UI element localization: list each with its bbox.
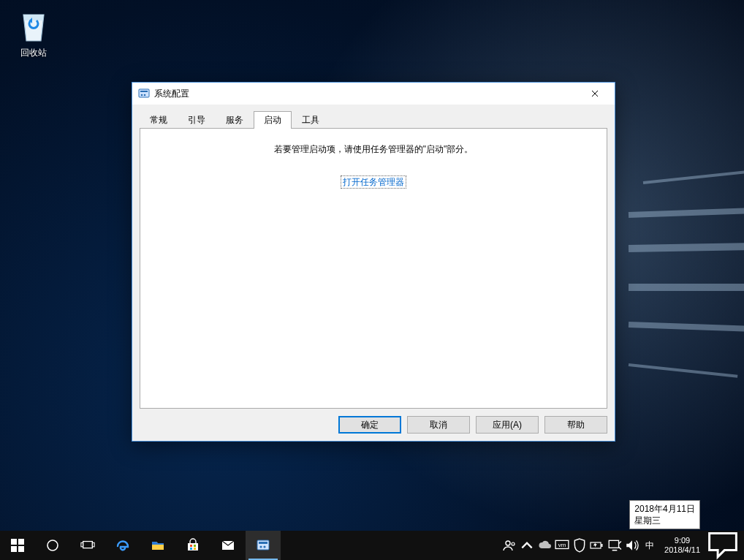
mail-icon	[221, 538, 235, 553]
svg-point-21	[506, 541, 510, 545]
startup-message: 若要管理启动项，请使用任务管理器的"启动"部分。	[149, 143, 598, 156]
tray-volume[interactable]	[623, 531, 641, 560]
store-icon	[186, 538, 200, 553]
svg-rect-1	[140, 91, 148, 92]
tooltip-date: 2018年4月11日	[634, 503, 695, 515]
ime-indicator: 中	[645, 540, 654, 552]
tray-power[interactable]	[588, 531, 606, 560]
tab-tools[interactable]: 工具	[292, 111, 330, 129]
taskbar-app-edge[interactable]	[105, 531, 140, 560]
svg-point-19	[259, 545, 262, 548]
ok-button[interactable]: 确定	[338, 416, 401, 434]
dialog-client-area: 常规 引导 服务 启动 工具 若要管理启动项，请使用任务管理器的"启动"部分。 …	[132, 105, 615, 441]
svg-point-8	[48, 540, 58, 550]
tab-services[interactable]: 服务	[216, 111, 254, 129]
tabpanel-startup: 若要管理启动项，请使用任务管理器的"启动"部分。 打开任务管理器	[140, 128, 607, 409]
taskbar-left	[0, 531, 281, 560]
svg-text:vm: vm	[558, 542, 566, 548]
windows-logo-icon	[10, 538, 25, 553]
svg-point-3	[144, 94, 146, 97]
taskbar: vm 中 9:09 2018/4/11	[0, 531, 744, 560]
taskbar-app-explorer[interactable]	[140, 531, 175, 560]
taskbar-app-store[interactable]	[175, 531, 210, 560]
svg-rect-26	[601, 544, 603, 547]
edge-icon	[115, 538, 130, 553]
tooltip-weekday: 星期三	[634, 515, 695, 526]
cancel-button[interactable]: 取消	[407, 416, 470, 434]
svg-point-20	[263, 545, 265, 548]
svg-rect-18	[259, 542, 267, 544]
dialog-title: 系统配置	[154, 88, 578, 100]
tray-ime[interactable]: 中	[641, 531, 658, 560]
svg-point-2	[141, 94, 143, 97]
msconfig-taskbar-icon	[256, 538, 270, 553]
task-view-icon	[80, 538, 95, 553]
clock-time: 9:09	[664, 536, 700, 545]
svg-rect-13	[194, 545, 196, 547]
dialog-button-row: 确定 取消 应用(A) 帮助	[140, 409, 607, 434]
svg-rect-9	[83, 542, 93, 548]
help-button[interactable]: 帮助	[544, 416, 607, 434]
tab-startup[interactable]: 启动	[254, 111, 292, 129]
desktop: 回收站 系统配置 常规 引导 服务 启动 工具 若要管理启动项，请使用任务管理器…	[0, 0, 744, 560]
tray-vm-tools[interactable]: vm	[553, 531, 571, 560]
svg-rect-15	[194, 548, 196, 550]
vm-icon: vm	[555, 538, 569, 553]
battery-icon	[590, 538, 604, 553]
start-button[interactable]	[0, 531, 35, 560]
clock-date: 2018/4/11	[664, 545, 700, 555]
svg-rect-12	[190, 545, 192, 547]
network-icon	[607, 538, 622, 553]
recycle-bin-icon	[16, 4, 51, 44]
svg-rect-10	[81, 542, 83, 546]
svg-rect-27	[609, 540, 618, 548]
speaker-icon	[625, 538, 639, 553]
desktop-icon-label: 回收站	[6, 47, 61, 59]
svg-rect-11	[92, 542, 94, 546]
task-view-button[interactable]	[70, 531, 105, 560]
system-tray: vm 中 9:09 2018/4/11	[501, 531, 744, 560]
clock-tooltip: 2018年4月11日 星期三	[629, 500, 700, 529]
taskbar-app-msconfig[interactable]	[246, 531, 281, 560]
action-center-icon	[706, 530, 740, 560]
action-center-button[interactable]	[706, 530, 740, 560]
taskbar-clock[interactable]: 9:09 2018/4/11	[658, 536, 706, 554]
tray-onedrive[interactable]	[536, 531, 553, 560]
chevron-up-icon	[520, 538, 534, 553]
svg-rect-5	[18, 539, 24, 545]
msconfig-icon	[138, 88, 150, 99]
svg-rect-7	[18, 546, 24, 552]
dialog-titlebar[interactable]: 系统配置	[132, 83, 615, 105]
tray-people[interactable]	[501, 531, 518, 560]
apply-button[interactable]: 应用(A)	[476, 416, 539, 434]
tray-network[interactable]	[606, 531, 623, 560]
svg-rect-6	[11, 546, 17, 552]
svg-rect-14	[190, 548, 192, 550]
tabstrip: 常规 引导 服务 启动 工具	[140, 110, 607, 128]
svg-rect-17	[257, 540, 269, 550]
people-icon	[502, 538, 517, 553]
shield-icon	[572, 538, 587, 553]
cortana-button[interactable]	[35, 531, 70, 560]
svg-point-22	[512, 542, 515, 545]
tab-boot[interactable]: 引导	[178, 111, 216, 129]
close-button[interactable]	[578, 83, 612, 105]
desktop-icon-recycle-bin[interactable]: 回收站	[6, 4, 61, 59]
open-task-manager-link[interactable]: 打开任务管理器	[341, 176, 406, 188]
system-configuration-dialog: 系统配置 常规 引导 服务 启动 工具 若要管理启动项，请使用任务管理器的"启动…	[132, 82, 615, 442]
file-explorer-icon	[151, 538, 165, 553]
svg-rect-4	[11, 539, 17, 545]
cloud-icon	[537, 538, 552, 553]
tray-security[interactable]	[571, 531, 588, 560]
cortana-icon	[45, 538, 60, 553]
tab-general[interactable]: 常规	[140, 111, 178, 129]
svg-rect-0	[139, 89, 149, 97]
taskbar-app-mail[interactable]	[210, 531, 246, 560]
tray-overflow[interactable]	[518, 531, 536, 560]
